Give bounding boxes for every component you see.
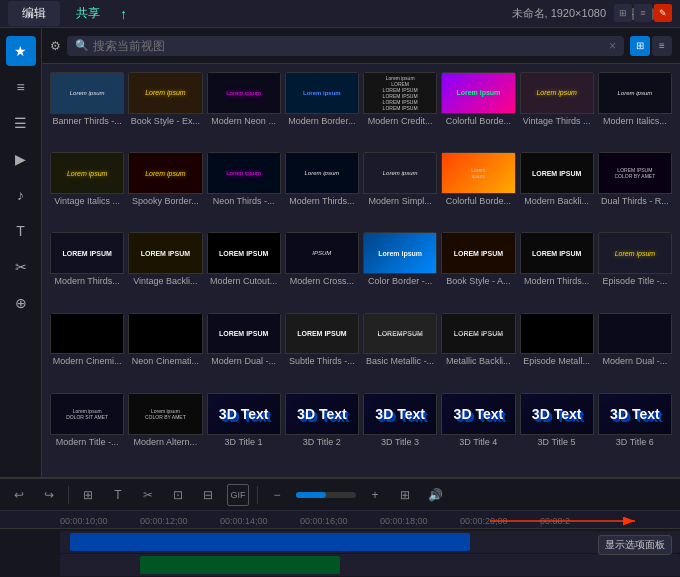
audio-btn[interactable]: 🔊 xyxy=(424,484,446,506)
redo-btn[interactable]: ↪ xyxy=(38,484,60,506)
title-item-32[interactable]: Modern Dual -... xyxy=(598,313,672,389)
title-item-5[interactable]: Lorem ipsum LOREM LOREM IPSUM LOREM IPSU… xyxy=(363,72,437,148)
title-item-13[interactable]: Lorem ipsumModern Simpl... xyxy=(363,152,437,228)
title-label-13: Modern Simpl... xyxy=(363,194,437,208)
title-item-26[interactable]: Neon Cinemati... xyxy=(128,313,202,389)
title-item-38[interactable]: 3D Text3D Title 4 xyxy=(441,393,515,469)
show-panel-label: 显示选项面板 xyxy=(598,535,672,555)
title-thumb-text-39: 3D Text xyxy=(532,406,582,422)
panel-icon-edit[interactable]: ✎ xyxy=(654,4,672,22)
panel-icon-2[interactable]: ≡ xyxy=(634,4,652,22)
search-clear-icon[interactable]: × xyxy=(609,39,616,53)
title-item-39[interactable]: 3D Text3D Title 5 xyxy=(520,393,594,469)
title-label-25: Modern Cinemi... xyxy=(50,354,124,368)
title-item-11[interactable]: Lorem ipsumNeon Thirds -... xyxy=(207,152,281,228)
title-item-36[interactable]: 3D Text3D Title 2 xyxy=(285,393,359,469)
title-thumb-text-23: LOREM IPSUM xyxy=(532,250,581,257)
title-thumb-text-3: Lorem ipsum xyxy=(226,90,261,96)
list-view-btn[interactable]: ≡ xyxy=(652,36,672,56)
sidebar-icon-star[interactable]: ★ xyxy=(6,36,36,66)
title-item-19[interactable]: LOREM IPSUMModern Cutout... xyxy=(207,232,281,308)
title-label-32: Modern Dual -... xyxy=(598,354,672,368)
title-item-20[interactable]: IPSUMModern Cross... xyxy=(285,232,359,308)
title-item-35[interactable]: 3D Text3D Title 1 xyxy=(207,393,281,469)
sidebar-icon-add[interactable]: ⊕ xyxy=(6,288,36,318)
title-thumb-text-34: Lorem ipsum COLOR BY AMET xyxy=(145,408,186,420)
time-mark-2: 00:00:12;00 xyxy=(140,516,220,526)
remove-btn[interactable]: ⊟ xyxy=(197,484,219,506)
title-item-7[interactable]: Lorem ipsumVintage Thirds ... xyxy=(520,72,594,148)
title-item-33[interactable]: Lorem ipsum DOLOR SIT AMETModern Title -… xyxy=(50,393,124,469)
sidebar-icon-text[interactable]: T xyxy=(6,216,36,246)
text-btn[interactable]: T xyxy=(107,484,129,506)
undo-btn[interactable]: ↩ xyxy=(8,484,30,506)
zoom-in-btn[interactable]: + xyxy=(364,484,386,506)
title-item-10[interactable]: Lorem ipsumSpooky Border... xyxy=(128,152,202,228)
title-item-8[interactable]: Lorem ipsumModern Italics... xyxy=(598,72,672,148)
title-item-23[interactable]: LOREM IPSUMModern Thirds... xyxy=(520,232,594,308)
title-label-30: Metallic Backli... xyxy=(441,354,515,368)
title-item-4[interactable]: Lorem ipsumModern Border... xyxy=(285,72,359,148)
title-item-2[interactable]: Lorem ipsumBook Style - Ex... xyxy=(128,72,202,148)
title-bar-left: 编辑 共享 ↑ xyxy=(8,1,127,26)
grid-view-btn[interactable]: ⊞ xyxy=(630,36,650,56)
timeline-tracks xyxy=(0,529,680,577)
title-item-1[interactable]: Lorem ipsumBanner Thirds -... xyxy=(50,72,124,148)
title-item-17[interactable]: LOREM IPSUMModern Thirds... xyxy=(50,232,124,308)
sidebar-icon-play[interactable]: ▶ xyxy=(6,144,36,174)
title-item-37[interactable]: 3D Text3D Title 3 xyxy=(363,393,437,469)
sidebar-icon-cut[interactable]: ✂ xyxy=(6,252,36,282)
search-input[interactable] xyxy=(93,39,605,53)
title-item-14[interactable]: Lorem ipsumColorful Borde... xyxy=(441,152,515,228)
snap-btn[interactable]: ⊞ xyxy=(77,484,99,506)
title-item-27[interactable]: LOREM IPSUMModern Dual -... xyxy=(207,313,281,389)
sidebar-icon-list[interactable]: ☰ xyxy=(6,108,36,138)
search-icon: 🔍 xyxy=(75,39,89,52)
title-item-9[interactable]: Lorem ipsumVintage Italics ... xyxy=(50,152,124,228)
title-label-17: Modern Thirds... xyxy=(50,274,124,288)
zoom-slider[interactable] xyxy=(296,492,356,498)
title-label-14: Colorful Borde... xyxy=(441,194,515,208)
zoom-out-btn[interactable]: − xyxy=(266,484,288,506)
title-thumb-text-22: LOREM IPSUM xyxy=(454,250,503,257)
track-clip-main[interactable] xyxy=(70,533,470,551)
title-item-25[interactable]: Modern Cinemi... xyxy=(50,313,124,389)
title-label-15: Modern Backli... xyxy=(520,194,594,208)
fit-btn[interactable]: ⊞ xyxy=(394,484,416,506)
title-item-16[interactable]: LOREM IPSUM COLOR BY AMETDual Thirds - R… xyxy=(598,152,672,228)
title-item-21[interactable]: Lorem ipsumColor Border -... xyxy=(363,232,437,308)
title-item-3[interactable]: Lorem ipsumModern Neon ... xyxy=(207,72,281,148)
title-item-24[interactable]: Lorem ipsumEpisode Title -... xyxy=(598,232,672,308)
time-mark-3: 00:00:14;00 xyxy=(220,516,300,526)
title-item-15[interactable]: LOREM IPSUMModern Backli... xyxy=(520,152,594,228)
title-label-34: Modern Altern... xyxy=(128,435,202,449)
settings-icon[interactable]: ⚙ xyxy=(50,39,61,53)
title-item-29[interactable]: LOREMPSUMBasic Metallic -... xyxy=(363,313,437,389)
timeline-area: 00:00:10;00 00:00:12;00 00:00:14;00 00:0… xyxy=(0,511,680,577)
tab-share[interactable]: 共享 xyxy=(62,1,114,26)
title-item-28[interactable]: LOREM IPSUMSubtle Thirds -... xyxy=(285,313,359,389)
sidebar-icon-music[interactable]: ♪ xyxy=(6,180,36,210)
title-item-12[interactable]: Lorem ipsumModern Thirds... xyxy=(285,152,359,228)
sidebar: ★ ≡ ☰ ▶ ♪ T ✂ ⊕ xyxy=(0,28,42,477)
title-item-31[interactable]: Episode Metall... xyxy=(520,313,594,389)
title-label-22: Book Style - A... xyxy=(441,274,515,288)
title-item-40[interactable]: 3D Text3D Title 6 xyxy=(598,393,672,469)
title-item-18[interactable]: LOREM IPSUMVintage Backli... xyxy=(128,232,202,308)
title-item-22[interactable]: LOREM IPSUMBook Style - A... xyxy=(441,232,515,308)
title-item-34[interactable]: Lorem ipsum COLOR BY AMETModern Altern..… xyxy=(128,393,202,469)
panel-icon-1[interactable]: ⊞ xyxy=(614,4,632,22)
title-thumb-text-38: 3D Text xyxy=(454,406,504,422)
tab-edit[interactable]: 编辑 xyxy=(8,1,60,26)
title-item-30[interactable]: LOREM IPSUMMetallic Backli... xyxy=(441,313,515,389)
gif-btn[interactable]: GIF xyxy=(227,484,249,506)
time-mark-4: 00:00:16;00 xyxy=(300,516,380,526)
separator-1 xyxy=(68,486,69,504)
split-btn[interactable]: ✂ xyxy=(137,484,159,506)
sidebar-icon-menu[interactable]: ≡ xyxy=(6,72,36,102)
crop-btn[interactable]: ⊡ xyxy=(167,484,189,506)
upload-icon[interactable]: ↑ xyxy=(120,6,127,22)
title-item-6[interactable]: Lorem ipsumColorful Borde... xyxy=(441,72,515,148)
track-clip-secondary[interactable] xyxy=(140,556,340,574)
title-label-9: Vintage Italics ... xyxy=(50,194,124,208)
